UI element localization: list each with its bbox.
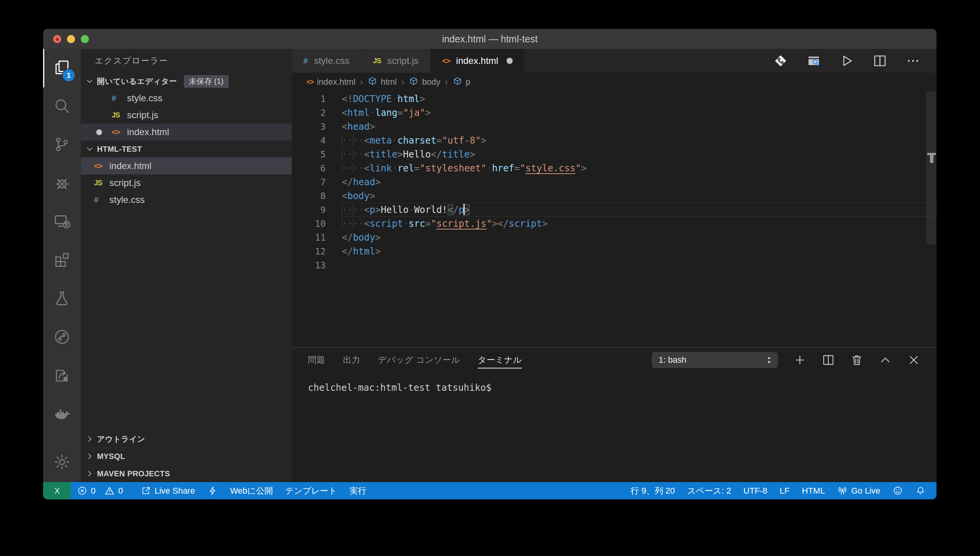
remote-sb-icon xyxy=(52,486,62,496)
status-label: HTML xyxy=(802,486,825,496)
open-editor-item[interactable]: <>index.html xyxy=(81,124,292,141)
open-editors-header[interactable]: 開いているエディター未保存 (1) xyxy=(81,73,292,90)
folder-header[interactable]: HTML-TEST xyxy=(81,141,292,157)
zoom-window-button[interactable] xyxy=(81,35,89,43)
status-label: Live Share xyxy=(155,486,195,496)
line-content: ····<meta·charset="utf-8"> xyxy=(342,134,937,147)
panel-tab-デバッグ コンソール[interactable]: デバッグ コンソール xyxy=(378,348,460,372)
vscode-window: index.html — html-test 1 エクスプローラー 開いているエ… xyxy=(43,29,937,499)
line-number: 13 xyxy=(292,258,326,272)
breadcrumb-item-html[interactable]: html xyxy=(368,76,397,88)
status-bar-left: 00Live ShareWebに公開テンプレート実行 xyxy=(43,482,373,499)
panel-tab-ターミナル[interactable]: ターミナル xyxy=(478,348,522,372)
run-icon xyxy=(840,54,854,68)
activity-item-explorer[interactable]: 1 xyxy=(43,49,81,87)
code-line-11: 11</body> xyxy=(292,231,937,245)
status-remote[interactable] xyxy=(43,482,71,499)
tree-item[interactable]: #style.css xyxy=(81,191,292,208)
tab-label: script.js xyxy=(387,55,418,66)
panel-tabs: 問題出力デバッグ コンソールターミナル xyxy=(308,348,522,372)
terminal[interactable]: chelchel-mac:html-test tatsuhiko$ xyxy=(292,372,937,482)
line-content: ····<title>Hello</title> xyxy=(342,147,937,161)
status-bolt[interactable] xyxy=(201,482,224,499)
window-controls xyxy=(53,29,89,49)
status-cursor-position[interactable]: 行 9、列 20 xyxy=(624,482,681,499)
editor-scrollbar[interactable] xyxy=(926,91,937,245)
error-icon xyxy=(77,486,87,496)
file-name: index.html xyxy=(109,161,151,171)
close-button[interactable] xyxy=(907,353,920,367)
status-publish-web[interactable]: Webに公開 xyxy=(224,482,279,499)
activity-item-debug[interactable] xyxy=(43,164,81,203)
tab-style.css[interactable]: #style.css xyxy=(292,49,361,73)
split-editor-button[interactable] xyxy=(873,54,887,68)
file-name: style.css xyxy=(109,194,145,205)
activity-item-testing[interactable] xyxy=(43,280,81,318)
status-run[interactable]: 実行 xyxy=(343,482,373,499)
close-window-button[interactable] xyxy=(53,35,61,43)
line-content: <body> xyxy=(342,189,937,203)
panel-tab-出力[interactable]: 出力 xyxy=(343,348,360,372)
tab-script.js[interactable]: JSscript.js xyxy=(361,49,431,73)
breadcrumb-item-p[interactable]: p xyxy=(453,76,470,88)
code-line-4: 4····<meta·charset="utf-8"> xyxy=(292,134,937,147)
tab-index.html[interactable]: <>index.html xyxy=(430,49,525,73)
panel-controls: 1: bash xyxy=(652,352,920,368)
tree-item[interactable]: <>index.html xyxy=(81,157,292,174)
activity-item-settings[interactable] xyxy=(43,444,81,482)
code-editor[interactable]: 1<!DOCTYPE·html>2<html·lang="ja">3<head>… xyxy=(292,91,937,347)
status-eol[interactable]: LF xyxy=(774,482,796,499)
status-feedback[interactable] xyxy=(886,482,909,499)
section-アウトライン[interactable]: アウトライン xyxy=(81,430,292,447)
line-number: 11 xyxy=(292,231,326,245)
tree-item[interactable]: JSscript.js xyxy=(81,174,292,191)
status-language-mode[interactable]: HTML xyxy=(796,482,831,499)
open-preview-button[interactable] xyxy=(806,54,821,68)
activity-item-remote-explorer[interactable] xyxy=(43,203,81,241)
status-live-share[interactable]: Live Share xyxy=(135,482,201,499)
open-editor-item[interactable]: #style.css xyxy=(81,90,292,107)
tab-dirty-dot[interactable] xyxy=(507,58,513,64)
status-problems[interactable]: 00 xyxy=(71,482,135,499)
chevron-up-button[interactable] xyxy=(879,353,892,367)
terminal-select[interactable]: 1: bash xyxy=(652,352,778,368)
status-template[interactable]: テンプレート xyxy=(279,482,343,499)
activity-item-live-share[interactable] xyxy=(43,357,81,395)
breadcrumb-item-body[interactable]: body xyxy=(409,76,440,88)
panel-tab-問題[interactable]: 問題 xyxy=(308,348,325,372)
activity-item-search[interactable] xyxy=(43,87,81,126)
status-go-live[interactable]: Go Live xyxy=(831,482,886,499)
section-maven-projects[interactable]: MAVEN PROJECTS xyxy=(81,465,292,482)
split-terminal-icon xyxy=(822,353,835,367)
status-label: UTF-8 xyxy=(743,486,767,496)
status-encoding[interactable]: UTF-8 xyxy=(737,482,773,499)
breadcrumb-item-index.html[interactable]: <>index.html xyxy=(306,77,355,87)
trash-button[interactable] xyxy=(850,353,863,367)
more-button[interactable] xyxy=(906,54,920,68)
html-file-icon: <> xyxy=(442,56,450,65)
run-button[interactable] xyxy=(840,54,854,68)
activity-item-git-graph[interactable] xyxy=(43,318,81,357)
line-content: <head> xyxy=(342,120,937,134)
chevron-right-icon xyxy=(85,469,95,479)
add-button[interactable] xyxy=(793,353,806,367)
code-line-1: 1<!DOCTYPE·html> xyxy=(292,92,937,106)
file-name: script.js xyxy=(109,178,140,188)
git-compare-button[interactable] xyxy=(773,54,788,68)
section-label: アウトライン xyxy=(97,434,145,444)
activity-item-docker[interactable] xyxy=(43,395,81,434)
line-number: 2 xyxy=(292,106,326,120)
status-label: 行 9、列 20 xyxy=(630,485,675,497)
remote-explorer-icon xyxy=(53,213,71,232)
minimize-window-button[interactable] xyxy=(67,35,75,43)
open-editor-item[interactable]: JSscript.js xyxy=(81,107,292,124)
status-indentation[interactable]: スペース: 2 xyxy=(681,482,737,499)
status-label: スペース: 2 xyxy=(687,485,731,497)
activity-item-extensions[interactable] xyxy=(43,241,81,280)
activity-item-source-control[interactable] xyxy=(43,126,81,164)
publish-icon xyxy=(53,367,71,386)
section-mysql[interactable]: MYSQL xyxy=(81,447,292,465)
line-content: ····<link·rel="stylesheet"·href="style.c… xyxy=(342,161,937,175)
status-notifications[interactable] xyxy=(909,482,932,499)
split-terminal-button[interactable] xyxy=(822,353,835,367)
